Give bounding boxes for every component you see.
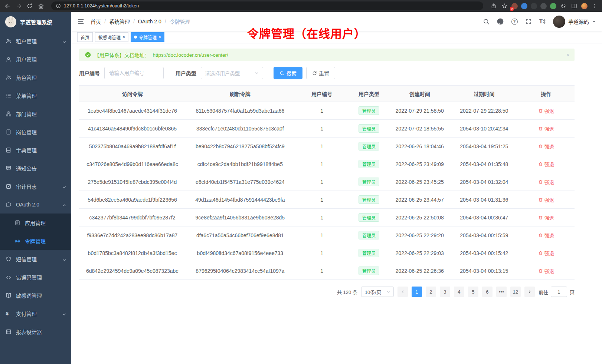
top-navbar: 首页/ 系统管理/ OAuth 2.0/ 令牌管理 ? T 芋道源码 bbox=[71, 12, 602, 31]
jump-suffix: 页 bbox=[570, 288, 575, 295]
extension-icon[interactable] bbox=[531, 3, 537, 9]
table-row: c342377bf8b344799dcbf7bf095287f29ce8ef2a… bbox=[79, 209, 575, 226]
yen-icon: ¥ bbox=[6, 311, 12, 317]
sidebar: 芋道管理系统 租户管理用户管理角色管理菜单管理部门管理岗位管理字典管理通知公告审… bbox=[0, 12, 71, 364]
browser-home-icon[interactable] bbox=[37, 2, 45, 10]
tab-sensitive-words[interactable]: 敏感词管理 × bbox=[95, 32, 128, 42]
user-avatar bbox=[553, 16, 565, 28]
force-logout-button[interactable]: 强退 bbox=[538, 107, 554, 114]
user-menu[interactable]: 芋道源码 bbox=[553, 16, 596, 28]
force-logout-button[interactable]: 强退 bbox=[538, 143, 554, 150]
sidebar-item-label: 审计日志 bbox=[16, 183, 37, 190]
pager-page-6[interactable]: 6 bbox=[482, 287, 493, 297]
sidebar-item-label: 通知公告 bbox=[16, 165, 37, 172]
force-logout-button[interactable]: 强退 bbox=[538, 249, 554, 257]
force-logout-button[interactable]: 强退 bbox=[538, 232, 554, 239]
sidebar-item-oauth2-token[interactable]: 令牌管理 bbox=[0, 232, 71, 250]
force-logout-button[interactable]: 强退 bbox=[538, 267, 554, 274]
bookmark-star-icon[interactable] bbox=[501, 2, 508, 10]
sidebar-item-tenant[interactable]: 租户管理 bbox=[0, 32, 71, 50]
app-logo[interactable]: 芋道管理系统 bbox=[0, 12, 71, 32]
close-icon[interactable]: × bbox=[158, 35, 161, 39]
sidebar-item-oauth2-app[interactable]: 应用管理 bbox=[0, 214, 71, 232]
sidebar-item-errorcode[interactable]: 错误码管理 bbox=[0, 268, 71, 286]
user-id-input[interactable] bbox=[104, 67, 164, 79]
browser-menu-icon[interactable] bbox=[591, 2, 598, 10]
chevron-down-icon bbox=[61, 257, 66, 261]
extension-icon[interactable]: 0 bbox=[511, 3, 518, 9]
reset-button[interactable]: 重置 bbox=[306, 67, 335, 79]
access-token-cell: c347026e805e4d99b0d116eae66eda8c bbox=[79, 155, 186, 173]
side-panel-icon[interactable] bbox=[570, 2, 578, 10]
created-time-cell: 2022-07-29 21:58:50 bbox=[389, 102, 451, 120]
pager-page-2[interactable]: 2 bbox=[426, 287, 436, 297]
breadcrumb-item[interactable]: 首页 bbox=[91, 18, 101, 25]
sidebar-item-label: 租户管理 bbox=[16, 37, 37, 45]
sidebar-item-dict[interactable]: 字典管理 bbox=[0, 141, 71, 159]
force-logout-button[interactable]: 强退 bbox=[538, 214, 554, 221]
sidebar-item-role[interactable]: 角色管理 bbox=[0, 68, 71, 86]
sidebar-item-menu[interactable]: 菜单管理 bbox=[0, 86, 71, 105]
extension-icon[interactable] bbox=[540, 3, 547, 9]
doc-link[interactable]: https://doc.iocoder.cn/user-center/ bbox=[153, 52, 228, 58]
app-title: 芋道管理系统 bbox=[20, 18, 52, 26]
pager-page-5[interactable]: 5 bbox=[468, 287, 478, 297]
fullscreen-icon[interactable] bbox=[525, 18, 532, 25]
pager-page-4[interactable]: 4 bbox=[454, 287, 464, 297]
actions-cell: 强退 bbox=[517, 102, 575, 120]
pager-page-1[interactable]: 1 bbox=[412, 287, 422, 297]
breadcrumb-item[interactable]: OAuth 2.0 bbox=[138, 19, 161, 24]
tab-token-management[interactable]: 令牌管理 × bbox=[131, 32, 164, 42]
sidebar-item-notice[interactable]: 通知公告 bbox=[0, 159, 71, 177]
sidebar-item-auditlog[interactable]: 审计日志 bbox=[0, 177, 71, 195]
page-size-select[interactable]: 10条/页 bbox=[361, 287, 394, 297]
jump-page-input[interactable] bbox=[551, 287, 567, 297]
refresh-token-cell: 8796295f04064c2983414cc54af1097a bbox=[186, 262, 295, 280]
browser-forward-icon[interactable] bbox=[15, 2, 22, 10]
share-icon[interactable] bbox=[490, 2, 497, 10]
pager-page-12[interactable]: 12 bbox=[510, 287, 521, 297]
font-size-icon[interactable]: T bbox=[539, 18, 546, 25]
user-id-cell: 1 bbox=[295, 226, 349, 244]
sidebar-item-user[interactable]: 用户管理 bbox=[0, 50, 71, 68]
sidebar-item-dept[interactable]: 部门管理 bbox=[0, 105, 71, 123]
expire-time-cell: 2054-03-04 00:15:42 bbox=[451, 244, 517, 262]
help-icon[interactable]: ? bbox=[511, 18, 518, 25]
close-icon[interactable]: × bbox=[566, 52, 569, 58]
breadcrumb-item[interactable]: 系统管理 bbox=[109, 18, 130, 25]
tab-home[interactable]: 首页 bbox=[77, 32, 93, 42]
site-info-icon[interactable] bbox=[56, 3, 61, 9]
sidebar-item-sensitive[interactable]: 敏感词管理 bbox=[0, 286, 71, 304]
sidebar-item-label: 菜单管理 bbox=[16, 92, 37, 99]
collapse-sidebar-icon[interactable] bbox=[77, 18, 85, 25]
user-type-select[interactable]: 请选择用户类型 bbox=[201, 67, 263, 79]
extensions-puzzle-icon[interactable] bbox=[560, 2, 567, 10]
created-time-cell: 2022-06-25 22:50:08 bbox=[389, 209, 451, 226]
next-page-button[interactable] bbox=[524, 287, 535, 297]
search-icon[interactable] bbox=[482, 18, 490, 25]
extension-icon[interactable] bbox=[521, 3, 527, 9]
pager-more[interactable]: ••• bbox=[496, 287, 507, 297]
sidebar-item-sms[interactable]: 短信管理 bbox=[0, 250, 71, 268]
extension-icon[interactable] bbox=[550, 3, 556, 9]
user-id-label: 用户编号 bbox=[79, 69, 100, 77]
force-logout-button[interactable]: 强退 bbox=[538, 196, 554, 203]
trash-icon bbox=[538, 215, 543, 220]
browser-back-icon[interactable] bbox=[4, 2, 11, 10]
browser-profile-avatar[interactable] bbox=[581, 3, 588, 9]
sidebar-item-pay[interactable]: ¥支付管理 bbox=[0, 304, 71, 322]
github-icon[interactable] bbox=[497, 18, 504, 25]
force-logout-button[interactable]: 强退 bbox=[538, 125, 554, 132]
force-logout-button[interactable]: 强退 bbox=[538, 178, 554, 185]
sidebar-item-post[interactable]: 岗位管理 bbox=[0, 123, 71, 141]
address-bar[interactable]: 127.0.0.1:1024/system/oauth2/token bbox=[51, 1, 483, 10]
sidebar-item-report[interactable]: 报表设计器 bbox=[0, 322, 71, 341]
user-type-tag: 管理员 bbox=[359, 249, 379, 257]
search-button[interactable]: 搜索 bbox=[274, 67, 302, 79]
sidebar-item-oauth2[interactable]: OAuth 2.0 bbox=[0, 195, 71, 214]
pager-page-3[interactable]: 3 bbox=[440, 287, 450, 297]
prev-page-button[interactable] bbox=[397, 287, 408, 297]
force-logout-button[interactable]: 强退 bbox=[538, 161, 554, 168]
close-icon[interactable]: × bbox=[122, 35, 125, 39]
browser-reload-icon[interactable] bbox=[26, 2, 33, 10]
